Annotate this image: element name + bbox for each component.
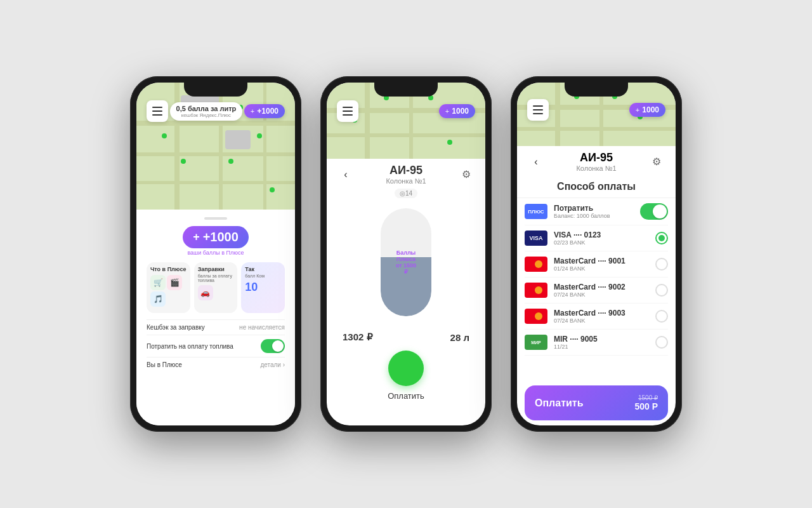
payment-list: ПЛЮС Потратить Баланс: 1000 баллов VISA — [517, 198, 676, 380]
category-title-2: Заправки — [198, 266, 234, 272]
payment-item-mc9003[interactable]: MasterCard ···· 9003 07/24 BANK — [525, 304, 668, 330]
bottom-sheet-1: + +1000 ваши баллы в Плюсе Что в Плюсе 🛒… — [136, 210, 295, 425]
menu-button-3[interactable] — [527, 99, 549, 121]
plus-icon: + — [445, 107, 449, 115]
cashback-pill: 0,5 балла за литр кешбэк Яндекс.Плюс — [170, 102, 243, 121]
back-button-3[interactable]: ‹ — [527, 153, 545, 171]
mc9002-card-info: MasterCard ···· 9002 07/24 BANK — [554, 283, 649, 298]
spend-toggle[interactable] — [261, 339, 285, 353]
category-num: 10 — [245, 281, 281, 294]
mc9001-card-info: MasterCard ···· 9001 01/24 BANK — [554, 257, 649, 272]
mir-radio[interactable] — [655, 336, 668, 349]
phone-3-inner: + 1000 ‹ АИ-95 Колонка №1 ⚙ Способ оплат… — [517, 83, 676, 425]
pay-circle-button[interactable] — [388, 351, 424, 386]
details-row: Вы в Плюсе детали › — [147, 357, 285, 372]
cashback-sub: кешбэк Яндекс.Плюс — [176, 112, 237, 118]
fuel-title-area: АИ-95 Колонка №1 — [386, 164, 426, 185]
sheet-handle — [204, 217, 227, 220]
menu-button-1[interactable] — [147, 100, 168, 122]
payment-item-mc9002[interactable]: MasterCard ···· 9002 07/24 BANK — [525, 277, 668, 304]
gauge-badge: ◎14 — [395, 189, 417, 198]
cashback-info-label: Кешбэк за заправку — [147, 324, 205, 331]
menu-line — [152, 107, 162, 108]
menu-line — [343, 114, 353, 116]
fuel-liters: 28 л — [450, 332, 469, 343]
category-card-2[interactable]: Заправки баллы за оплату топлива 🚗 — [194, 262, 238, 313]
map-area-1: 0,5 балла за литр кешбэк Яндекс.Плюс + +… — [136, 83, 295, 210]
visa-radio[interactable] — [655, 232, 668, 244]
spend-toggle-label: Потратить на оплату топлива — [147, 343, 233, 350]
fuel-gauge-container: Баллы Плюса от 1500 ₽ — [374, 208, 438, 323]
plus-card-name: Потратить — [554, 204, 634, 213]
pay-btn-amounts: 1500 ₽ 500 Р — [634, 394, 658, 411]
mc-circle2 — [535, 260, 542, 268]
mir-card-logo: МИР — [525, 335, 547, 350]
menu-button-2[interactable] — [337, 100, 358, 122]
mc9001-card-detail: 01/24 BANK — [554, 265, 649, 272]
mir-card-info: MIR ···· 9005 11/21 — [554, 335, 649, 350]
fuel-subtitle: Колонка №1 — [386, 177, 426, 185]
mir-card-detail: 11/21 — [554, 344, 649, 350]
map-road — [327, 133, 485, 137]
visa-card-name: VISA ···· 0123 — [554, 231, 649, 239]
category-title-1: Что в Плюсе — [150, 266, 187, 272]
mc9003-card-info: MasterCard ···· 9003 07/24 BANK — [554, 309, 649, 324]
cashback-info-row: Кешбэк за заправку не начисляется — [147, 319, 285, 335]
radio-inner — [658, 235, 665, 241]
mc9001-card-name: MasterCard ···· 9001 — [554, 257, 649, 265]
menu-line — [152, 114, 162, 116]
category-card-1[interactable]: Что в Плюсе 🛒 🎬 🎵 — [147, 262, 190, 313]
pay-button-3[interactable]: Оплатить 1500 ₽ 500 Р — [525, 385, 668, 420]
map-dot — [162, 133, 167, 138]
fuel-screen: ‹ АИ-95 Колонка №1 ⚙ ◎14 Баллы Плюса от … — [327, 159, 485, 425]
category-icons-2: 🚗 — [198, 285, 234, 300]
map-dot — [270, 187, 275, 192]
phone-2: + 1000 ‹ АИ-95 Колонка №1 ⚙ ◎14 — [320, 76, 492, 432]
plus-card-logo: ПЛЮС — [525, 204, 547, 219]
plus-toggle[interactable] — [640, 203, 668, 220]
map-block — [225, 130, 251, 149]
mc-card-logo-9002 — [525, 283, 547, 298]
kinopoisk-icon: 🎬 — [167, 275, 182, 290]
map-topbar-3: + 1000 — [517, 99, 676, 121]
mc-logo — [530, 260, 542, 269]
gear-button-3[interactable]: ⚙ — [648, 153, 665, 171]
category-icons: 🛒 🎬 🎵 — [150, 275, 187, 307]
menu-line — [152, 110, 162, 112]
notch-3 — [565, 83, 628, 97]
payment-item-mc9001[interactable]: MasterCard ···· 9001 01/24 BANK — [525, 251, 668, 277]
plus-badge-2[interactable]: + 1000 — [439, 104, 475, 118]
phone-3: + 1000 ‹ АИ-95 Колонка №1 ⚙ Способ оплат… — [511, 76, 682, 432]
overlay-line2: от 1500 ₽ — [393, 262, 419, 275]
mir-card-name: MIR ···· 9005 — [554, 335, 649, 344]
back-button-2[interactable]: ‹ — [337, 166, 355, 184]
phones-container: 0,5 балла за литр кешбэк Яндекс.Плюс + +… — [130, 76, 682, 432]
payment-item-plus[interactable]: ПЛЮС Потратить Баланс: 1000 баллов — [525, 198, 668, 225]
plus-logo-area: + +1000 ваши баллы в Плюсе — [147, 226, 285, 256]
map-road — [517, 127, 676, 131]
mc9002-radio[interactable] — [655, 284, 668, 297]
gear-button-2[interactable]: ⚙ — [457, 166, 475, 184]
fuel-overlay-text: Баллы Плюса от 1500 ₽ — [393, 250, 419, 275]
category-card-3[interactable]: Так балл Ком 10 — [241, 262, 285, 313]
plus-big-badge: + +1000 — [183, 226, 249, 248]
payment-item-mir[interactable]: МИР MIR ···· 9005 11/21 — [525, 330, 668, 356]
plus-row-label: Вы в Плюсе — [147, 361, 182, 368]
details-link[interactable]: детали › — [260, 361, 285, 368]
notch-1 — [184, 83, 247, 97]
fuel-header: ‹ АИ-95 Колонка №1 ⚙ — [337, 164, 475, 185]
mc9003-card-detail: 07/24 BANK — [554, 318, 649, 324]
cashback-title: 0,5 балла за литр — [176, 105, 237, 112]
mc9003-radio[interactable] — [655, 310, 668, 323]
mc9003-card-name: MasterCard ···· 9003 — [554, 309, 649, 318]
category-title-3: Так — [245, 266, 281, 272]
plus-badge-text-2: 1000 — [452, 107, 469, 116]
plus-icon: + — [251, 107, 254, 115]
plus-badge-3[interactable]: + 1000 — [629, 103, 665, 117]
plus-badge-1[interactable]: + +1000 — [244, 104, 285, 118]
category-sub-3: балл Ком — [245, 274, 281, 278]
car-icon: 🚗 — [198, 285, 213, 300]
payment-item-visa[interactable]: VISA VISA ···· 0123 02/23 BANK — [525, 225, 668, 251]
phone-2-inner: + 1000 ‹ АИ-95 Колонка №1 ⚙ ◎14 — [327, 83, 485, 425]
mc9001-radio[interactable] — [655, 258, 668, 271]
